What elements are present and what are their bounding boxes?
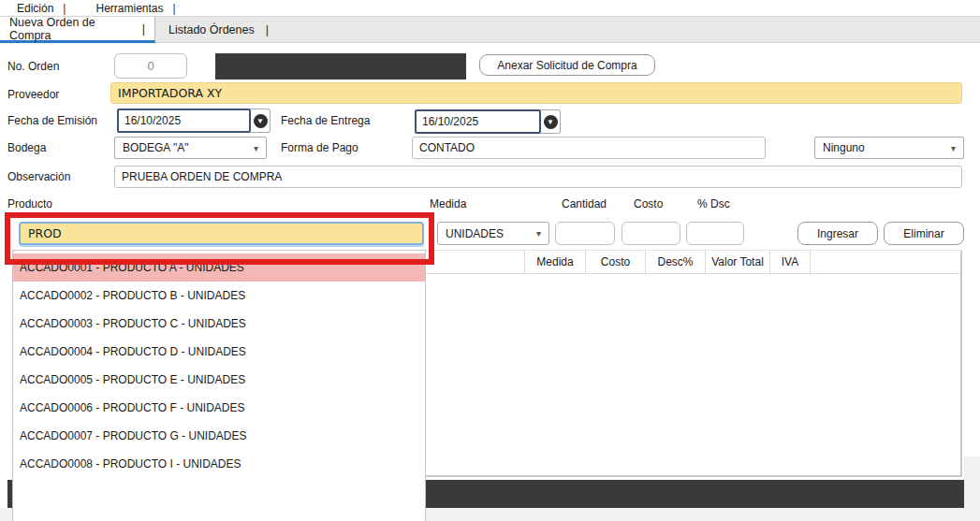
app-window: Edición | Herramientas | Nueva Orden de … xyxy=(0,0,980,521)
fecha-emision-dropdown-button[interactable]: ▼ xyxy=(251,109,271,133)
menu-bar: Edición | Herramientas | xyxy=(0,0,980,16)
list-item[interactable]: ACCADO0008 - PRODUCTO I - UNIDADES xyxy=(13,450,425,478)
fecha-emision-picker[interactable]: 16/10/2025 ▼ xyxy=(117,109,271,133)
costo-label: Costo xyxy=(634,197,663,210)
forma-pago-field[interactable]: CONTADO xyxy=(412,137,766,159)
list-item[interactable]: ACCADO0005 - PRODUCTO E - UNIDADES xyxy=(13,366,425,394)
fecha-emision-label: Fecha de Emisión xyxy=(7,114,97,127)
grid-col-iva[interactable]: IVA xyxy=(770,251,811,273)
tab-nueva-orden-de-compra[interactable]: Nueva Orden de Compra | xyxy=(0,17,155,43)
medida-combobox[interactable]: UNIDADES ▾ xyxy=(437,222,549,245)
menu-item-label: Herramientas xyxy=(95,2,163,15)
retencion-combobox[interactable]: Ninguno ▾ xyxy=(814,137,964,159)
list-item[interactable]: ACCADO0006 - PRODUCTO F - UNIDADES xyxy=(13,394,425,422)
bodega-value: BODEGA "A" xyxy=(123,141,189,154)
chevron-down-icon: ▾ xyxy=(951,143,956,153)
dsc-input[interactable] xyxy=(686,222,744,245)
cantidad-input[interactable] xyxy=(555,222,615,245)
hidden-dark-bar-top xyxy=(215,53,466,80)
tab-listado-ordenes[interactable]: Listado Órdenes | xyxy=(155,17,286,43)
order-items-grid: Medida Costo Desc% Valor Total IVA xyxy=(426,250,962,477)
fecha-entrega-label: Fecha de Entrega xyxy=(281,114,370,127)
eliminar-button[interactable]: Eliminar xyxy=(884,222,964,245)
chevron-down-icon: ▾ xyxy=(254,143,258,153)
grid-col-producto[interactable] xyxy=(426,251,525,273)
ingresar-button[interactable]: Ingresar xyxy=(797,222,878,245)
proveedor-label: Proveedor xyxy=(7,88,59,101)
list-item[interactable]: ACCADO0004 - PRODUCTO D - UNIDADES xyxy=(13,338,425,366)
grid-col-desc[interactable]: Desc% xyxy=(646,251,706,273)
grid-col-extra[interactable] xyxy=(811,251,960,273)
cantidad-label: Cantidad xyxy=(562,197,607,210)
list-item[interactable]: ACCADO0001 - PRODUCTO A - UNIDADES xyxy=(13,253,425,282)
fecha-entrega-dropdown-button[interactable]: ▼ xyxy=(541,109,561,134)
no-orden-field: 0 xyxy=(114,53,187,79)
tab-label: Listado Órdenes xyxy=(168,23,255,36)
product-suggestion-list: ACCADO0001 - PRODUCTO A - UNIDADES ACCAD… xyxy=(13,251,425,478)
tab-divider: | xyxy=(266,23,269,36)
proveedor-field[interactable]: IMPORTADORA XY xyxy=(110,82,962,104)
producto-label: Producto xyxy=(7,197,52,210)
calendar-dropdown-icon: ▼ xyxy=(254,114,268,128)
grid-col-medida[interactable]: Medida xyxy=(525,251,586,273)
observacion-label: Observación xyxy=(7,170,70,183)
dsc-label: % Dsc xyxy=(697,197,730,210)
menu-item-label: Edición xyxy=(17,2,53,15)
medida-label: Medida xyxy=(430,197,466,210)
bodega-combobox[interactable]: BODEGA "A" ▾ xyxy=(114,137,267,159)
no-orden-label: No. Orden xyxy=(7,60,59,73)
tab-divider: | xyxy=(142,22,145,36)
chevron-down-icon: ▾ xyxy=(536,228,541,239)
calendar-dropdown-icon: ▼ xyxy=(544,115,558,129)
grid-header-row: Medida Costo Desc% Valor Total IVA xyxy=(426,251,960,274)
observacion-field[interactable]: PRUEBA ORDEN DE COMPRA xyxy=(114,166,962,188)
menu-divider: | xyxy=(173,2,176,15)
tab-bar: Nueva Orden de Compra | Listado Órdenes … xyxy=(0,16,980,43)
menu-item-edicion[interactable]: Edición | xyxy=(17,2,66,15)
anexar-solicitud-button[interactable]: Anexar Solicitud de Compra xyxy=(479,54,655,76)
producto-search-input[interactable]: PROD xyxy=(19,222,424,245)
list-item[interactable]: ACCADO0002 - PRODUCTO B - UNIDADES xyxy=(13,282,425,310)
grid-col-valor-total[interactable]: Valor Total xyxy=(706,251,770,273)
grid-col-costo[interactable]: Costo xyxy=(586,251,646,273)
fecha-entrega-value[interactable]: 16/10/2025 xyxy=(415,109,541,134)
retencion-value: Ninguno xyxy=(823,141,865,154)
medida-value: UNIDADES xyxy=(446,227,504,240)
product-suggestion-dropdown: ACCADO0001 - PRODUCTO A - UNIDADES ACCAD… xyxy=(12,250,426,521)
list-item[interactable]: ACCADO0003 - PRODUCTO C - UNIDADES xyxy=(13,310,425,338)
menu-item-herramientas[interactable]: Herramientas | xyxy=(95,2,175,15)
tab-label: Nueva Orden de Compra xyxy=(9,16,131,42)
fecha-entrega-picker[interactable]: 16/10/2025 ▼ xyxy=(415,109,561,134)
forma-pago-label: Forma de Pago xyxy=(281,141,358,154)
list-item[interactable]: ACCADO0007 - PRODUCTO G - UNIDADES xyxy=(13,422,425,450)
window-right-margin xyxy=(964,456,980,521)
menu-divider: | xyxy=(63,2,66,15)
bodega-label: Bodega xyxy=(7,141,46,154)
costo-input[interactable] xyxy=(622,222,680,245)
fecha-emision-value[interactable]: 16/10/2025 xyxy=(117,109,251,133)
